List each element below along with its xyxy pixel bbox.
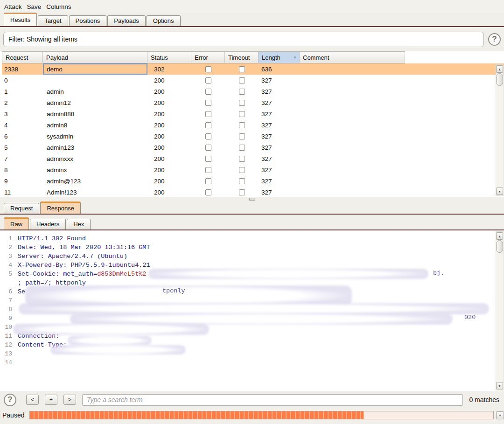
tab-options[interactable]: Options: [147, 15, 181, 26]
request-cell: 1: [2, 86, 43, 97]
error-checkbox[interactable]: [205, 89, 211, 95]
length-cell: 327: [259, 119, 300, 131]
error-checkbox[interactable]: [205, 66, 211, 72]
line-text: [12, 296, 18, 305]
table-row[interactable]: 2338demo302636: [2, 63, 504, 75]
tab-request[interactable]: Request: [4, 203, 39, 214]
menu-attack[interactable]: Attack: [4, 3, 22, 10]
timeout-checkbox[interactable]: [239, 89, 245, 95]
search-prev-button[interactable]: <: [26, 395, 39, 405]
tab-response[interactable]: Response: [40, 202, 81, 214]
table-row[interactable]: 7adminxxx200327: [2, 153, 504, 164]
scroll-down-icon[interactable]: ▼: [496, 188, 503, 195]
line-number: 2: [0, 243, 12, 252]
tab-positions[interactable]: Positions: [69, 15, 107, 26]
table-row[interactable]: 4admin8200327: [2, 119, 504, 131]
redaction-smudge: [50, 345, 186, 354]
column-label: Timeout: [228, 54, 250, 61]
timeout-checkbox[interactable]: [239, 77, 245, 83]
search-help-icon[interactable]: ?: [4, 394, 16, 406]
line-number: 9: [0, 314, 12, 323]
column-header-comment[interactable]: Comment: [300, 51, 405, 63]
search-add-button[interactable]: +: [45, 395, 57, 405]
column-label: Length: [262, 54, 280, 61]
scroll-up-icon[interactable]: ▲: [496, 232, 503, 240]
length-cell: 327: [259, 175, 300, 187]
timeout-checkbox[interactable]: [239, 122, 245, 128]
error-checkbox[interactable]: [205, 100, 211, 106]
tab-target[interactable]: Target: [38, 15, 68, 26]
response-line: 1HTTP/1.1 302 Found: [0, 234, 504, 243]
timeout-checkbox[interactable]: [239, 100, 245, 106]
line-text: Set-Cookie: met_auth=d853DmMeL5t%2: [12, 270, 146, 278]
table-row[interactable]: 9admin@123200327: [2, 175, 504, 187]
scroll-down-button[interactable]: ▼: [496, 411, 504, 419]
menu-columns[interactable]: Columns: [46, 3, 71, 10]
column-header-length[interactable]: Length▼: [259, 51, 300, 63]
table-row[interactable]: 5admin123200327: [2, 142, 504, 153]
error-checkbox[interactable]: [205, 111, 211, 117]
length-cell: 327: [259, 142, 300, 153]
column-header-timeout[interactable]: Timeout: [225, 51, 259, 63]
timeout-checkbox[interactable]: [239, 189, 245, 195]
tab-hex[interactable]: Hex: [67, 219, 91, 229]
request-cell: 2338: [2, 63, 43, 75]
table-row[interactable]: 1admin200327: [2, 86, 504, 97]
timeout-checkbox[interactable]: [239, 167, 245, 173]
error-checkbox[interactable]: [205, 133, 211, 139]
tab-headers[interactable]: Headers: [30, 219, 66, 229]
tab-results[interactable]: Results: [4, 13, 37, 26]
line-text: Date: Wed, 18 Mar 2020 13:31:16 GMT: [12, 243, 150, 252]
error-checkbox[interactable]: [205, 167, 211, 173]
tab-raw[interactable]: Raw: [4, 217, 29, 229]
column-header-status[interactable]: Status: [147, 51, 191, 63]
table-row[interactable]: 3admin888200327: [2, 108, 504, 119]
error-checkbox[interactable]: [205, 189, 211, 195]
menu-bar: Attack Save Columns: [0, 0, 504, 13]
error-checkbox[interactable]: [205, 178, 211, 184]
error-cell: [191, 119, 225, 131]
filter-row: Filter: Showing all items ?: [0, 27, 504, 51]
help-icon[interactable]: ?: [488, 33, 501, 46]
table-row[interactable]: 6sysadmin200327: [2, 131, 504, 142]
line-number: 14: [0, 358, 12, 367]
status-cell: 200: [147, 153, 191, 164]
table-row[interactable]: 11Admin!123200327: [2, 187, 504, 197]
response-viewer[interactable]: 1HTTP/1.1 302 Found2Date: Wed, 18 Mar 20…: [0, 230, 504, 391]
search-bar: ? < + > 0 matches: [0, 391, 504, 408]
scrollbar-thumb[interactable]: [496, 73, 503, 86]
timeout-checkbox[interactable]: [239, 156, 245, 162]
length-cell: 327: [259, 97, 300, 108]
table-row[interactable]: 0200327: [2, 75, 504, 86]
search-input[interactable]: [82, 394, 463, 406]
menu-save[interactable]: Save: [27, 3, 42, 10]
error-checkbox[interactable]: [205, 156, 211, 162]
error-cell: [191, 63, 225, 75]
error-checkbox[interactable]: [205, 77, 211, 83]
error-checkbox[interactable]: [205, 122, 211, 128]
error-cell: [191, 97, 225, 108]
search-next-button[interactable]: >: [63, 395, 76, 405]
table-row[interactable]: 8adminx200327: [2, 164, 504, 175]
burp-intruder-attack-window: Attack Save Columns ResultsTargetPositio…: [0, 0, 504, 424]
timeout-checkbox[interactable]: [239, 145, 245, 151]
error-checkbox[interactable]: [205, 145, 211, 151]
payload-cell: sysadmin: [43, 131, 147, 142]
column-header-error[interactable]: Error: [191, 51, 225, 63]
table-row[interactable]: 2admin12200327: [2, 97, 504, 108]
column-header-payload[interactable]: Payload: [43, 51, 147, 63]
column-header-request[interactable]: Request: [2, 51, 43, 63]
scrollbar-thumb[interactable]: [496, 240, 503, 253]
splitter-grip-icon[interactable]: [249, 198, 255, 201]
timeout-checkbox[interactable]: [239, 111, 245, 117]
tab-payloads[interactable]: Payloads: [107, 15, 145, 26]
timeout-checkbox[interactable]: [239, 178, 245, 184]
scroll-up-icon[interactable]: ▲: [496, 65, 503, 73]
response-scrollbar[interactable]: ▲ ▼: [496, 231, 504, 390]
timeout-checkbox[interactable]: [239, 66, 245, 72]
table-scrollbar[interactable]: ▲ ▼: [496, 64, 504, 196]
filter-bar[interactable]: Filter: Showing all items: [3, 32, 484, 47]
scroll-down-icon[interactable]: ▼: [496, 382, 503, 389]
timeout-checkbox[interactable]: [239, 133, 245, 139]
comment-cell: [300, 142, 405, 153]
